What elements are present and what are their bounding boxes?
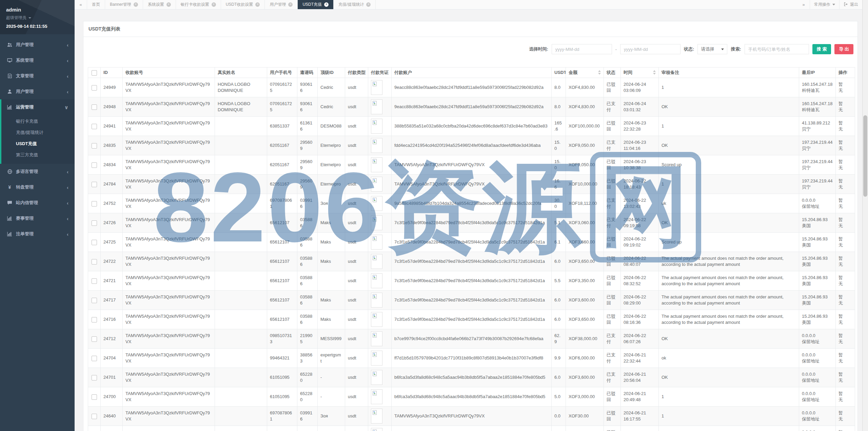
action-link[interactable]: 暂无 — [839, 313, 844, 326]
payment-voucher-thumbnail[interactable] — [371, 273, 382, 288]
payment-voucher-thumbnail[interactable] — [371, 312, 382, 327]
close-tab-icon[interactable]: × — [324, 2, 329, 7]
role-dropdown[interactable]: 超级管理员 — [6, 15, 68, 21]
tab-home[interactable]: 首页 — [87, 0, 105, 9]
sidebar-item-user-mgmt-1[interactable]: 用户管理‹ — [0, 37, 75, 53]
vertical-scrollbar[interactable] — [862, 0, 868, 431]
action-link[interactable]: 暂无 — [839, 159, 844, 171]
action-link[interactable]: 暂无 — [839, 255, 844, 268]
row-checkbox[interactable] — [92, 162, 97, 168]
action-link[interactable]: 暂无 — [839, 410, 844, 422]
row-checkbox[interactable] — [92, 356, 97, 361]
row-checkbox[interactable] — [92, 375, 97, 380]
action-link[interactable]: 暂无 — [839, 294, 844, 306]
close-tab-icon[interactable]: × — [134, 2, 138, 7]
scroll-tabs-left-button[interactable]: « — [75, 0, 87, 9]
payment-voucher-thumbnail[interactable] — [371, 99, 382, 114]
action-link[interactable]: 暂无 — [839, 275, 844, 287]
row-checkbox[interactable] — [92, 414, 97, 419]
search-input[interactable] — [745, 44, 809, 54]
row-checkbox[interactable] — [92, 278, 97, 284]
row-checkbox[interactable] — [92, 336, 97, 342]
action-link[interactable]: 暂无 — [839, 429, 844, 431]
sidebar-item-message-mgmt[interactable]: 站内信管理‹ — [0, 195, 75, 211]
action-link[interactable]: 暂无 — [839, 333, 844, 345]
select-all-checkbox[interactable] — [92, 70, 97, 76]
row-checkbox[interactable] — [92, 85, 97, 91]
date-from-input[interactable] — [552, 44, 612, 54]
action-link[interactable]: 暂无 — [839, 236, 844, 248]
action-link[interactable]: 暂无 — [839, 391, 844, 403]
status-select[interactable]: 请选择 — [697, 44, 727, 54]
search-button[interactable]: 搜 索 — [812, 44, 831, 54]
sort-arrows[interactable] — [598, 70, 601, 75]
payment-voucher-thumbnail[interactable] — [371, 409, 382, 424]
tab-banner-mgmt[interactable]: Banner管理× — [105, 0, 143, 9]
sidebar-subitem[interactable]: USDT充值 — [1, 138, 75, 149]
export-button[interactable]: 导 出 — [834, 44, 853, 54]
date-to-input[interactable] — [620, 44, 680, 54]
row-checkbox[interactable] — [92, 124, 97, 129]
action-link[interactable]: 暂无 — [839, 371, 844, 384]
payment-voucher-thumbnail[interactable] — [371, 370, 382, 385]
row-checkbox[interactable] — [92, 240, 97, 245]
payment-voucher-thumbnail[interactable] — [371, 119, 382, 134]
sort-arrows[interactable] — [653, 70, 656, 75]
action-link[interactable]: 暂无 — [839, 178, 844, 190]
action-link[interactable]: 暂无 — [839, 120, 844, 132]
action-link[interactable]: 暂无 — [839, 352, 844, 364]
sidebar-item-events-mgmt[interactable]: 赛事管理‹ — [0, 211, 75, 226]
payment-voucher-thumbnail[interactable] — [371, 389, 382, 404]
tab-usdt-recharge[interactable]: USDT充值× — [298, 0, 334, 9]
payment-voucher-thumbnail[interactable] — [371, 428, 382, 431]
sidebar-subitem[interactable]: 充值/提现统计 — [1, 127, 75, 138]
payment-voucher-thumbnail[interactable] — [371, 80, 382, 95]
tab-user-mgmt[interactable]: 用户管理× — [265, 0, 298, 9]
close-tab-icon[interactable]: × — [166, 2, 171, 7]
close-tab-icon[interactable]: × — [288, 2, 293, 7]
tab-recharge-withdraw-stats[interactable]: 充值/提现统计× — [334, 0, 376, 9]
sidebar-item-operations-mgmt[interactable]: 运营管理∨ — [1, 99, 75, 115]
action-link[interactable]: 暂无 — [839, 197, 844, 210]
payment-voucher-thumbnail[interactable] — [371, 157, 382, 172]
payment-voucher-thumbnail[interactable] — [371, 351, 382, 366]
tab-system-settings[interactable]: 系统设置× — [143, 0, 176, 9]
close-tab-icon[interactable]: × — [212, 2, 216, 7]
payment-voucher-thumbnail[interactable] — [371, 196, 382, 211]
common-operations-dropdown[interactable]: 常用操作 — [810, 2, 839, 7]
sidebar-subitem[interactable]: 第三方充值 — [1, 149, 75, 160]
close-tab-icon[interactable]: × — [366, 2, 371, 7]
sidebar-item-article-mgmt[interactable]: 文章管理‹ — [0, 68, 75, 84]
close-tab-icon[interactable]: × — [255, 2, 260, 7]
tab-bank-card-settings[interactable]: 银行卡收款设置× — [176, 0, 221, 9]
row-checkbox[interactable] — [92, 259, 97, 265]
action-link[interactable]: 暂无 — [839, 139, 844, 152]
row-checkbox[interactable] — [92, 298, 97, 303]
sidebar-item-language-mgmt[interactable]: 多语言管理‹ — [0, 164, 75, 179]
row-checkbox[interactable] — [92, 143, 97, 149]
tab-usdt-collection-settings[interactable]: USDT收款设置× — [221, 0, 265, 9]
scroll-tabs-right-button[interactable]: » — [797, 2, 810, 7]
row-checkbox[interactable] — [92, 317, 97, 322]
payment-voucher-thumbnail[interactable] — [371, 235, 382, 250]
scrollbar-thumb[interactable] — [863, 115, 867, 197]
action-link[interactable]: 暂无 — [839, 101, 844, 113]
payment-voucher-thumbnail[interactable] — [371, 254, 382, 269]
sidebar-item-wheel-mgmt[interactable]: ¥转盘管理‹ — [0, 179, 75, 195]
payment-voucher-thumbnail[interactable] — [371, 177, 382, 192]
payment-voucher-thumbnail[interactable] — [371, 215, 382, 230]
row-checkbox[interactable] — [92, 394, 97, 400]
sidebar-subitem[interactable]: 银行卡充值 — [1, 116, 75, 127]
row-checkbox[interactable] — [92, 182, 97, 187]
row-checkbox[interactable] — [92, 201, 97, 207]
sidebar-item-system-mgmt[interactable]: 系统管理‹ — [0, 53, 75, 68]
payment-voucher-thumbnail[interactable] — [371, 331, 382, 346]
action-link[interactable]: 暂无 — [839, 81, 844, 94]
logout-button[interactable]: 退出 — [840, 2, 862, 7]
payment-voucher-thumbnail[interactable] — [371, 293, 382, 308]
row-checkbox[interactable] — [92, 220, 97, 226]
sidebar-item-user-mgmt-2[interactable]: 用户管理‹ — [0, 84, 75, 99]
row-checkbox[interactable] — [92, 104, 97, 110]
action-link[interactable]: 暂无 — [839, 217, 844, 229]
payment-voucher-thumbnail[interactable] — [371, 138, 382, 153]
